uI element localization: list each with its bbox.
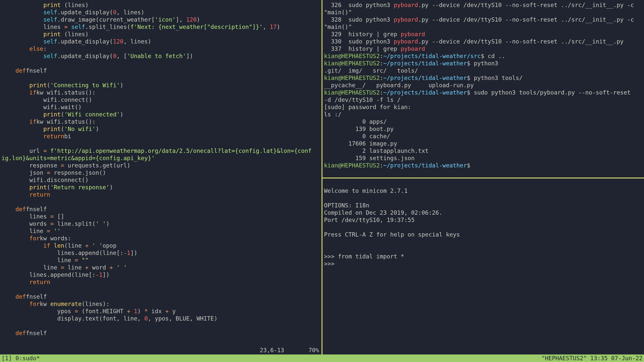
right-column: 326 sudo python3 pyboard.py --device /de… bbox=[323, 0, 644, 354]
editor-pane[interactable]: print (lines) self.update_display(0, lin… bbox=[0, 0, 321, 354]
minicom-output: Welcome to minicom 2.7.1 OPTIONS: I18nCo… bbox=[324, 180, 642, 267]
shell-output: 326 sudo python3 pyboard.py --device /de… bbox=[324, 2, 642, 169]
python-source: print (lines) self.update_display(0, lin… bbox=[2, 2, 320, 337]
tmux-status-right: "HEPHAESTUS2" 13:35 07-Jun-22 bbox=[541, 355, 642, 362]
terminal-pane-bottom[interactable]: Welcome to minicom 2.7.1 OPTIONS: I18nCo… bbox=[323, 178, 644, 354]
terminal-pane-top[interactable]: 326 sudo python3 pyboard.py --device /de… bbox=[323, 0, 644, 177]
screen: print (lines) self.update_display(0, lin… bbox=[0, 0, 644, 362]
tmux-status-bar: [1] 0:sudo* "HEPHAESTUS2" 13:35 07-Jun-2… bbox=[0, 354, 644, 362]
vim-ruler: 23,6-13 70% bbox=[260, 347, 319, 354]
tmux-status-left: [1] 0:sudo* bbox=[2, 355, 541, 362]
